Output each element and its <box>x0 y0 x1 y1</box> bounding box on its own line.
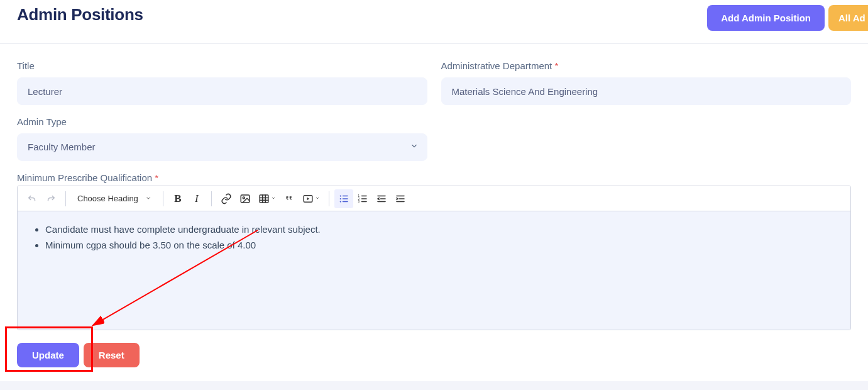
admin-type-select[interactable]: Faculty Member <box>17 133 427 161</box>
qualification-group: Minimum Prescribe Qualification * Choose… <box>17 172 851 330</box>
chevron-down-icon <box>271 195 276 202</box>
redo-button[interactable] <box>41 189 60 208</box>
list-item: Candidate must have complete undergradua… <box>45 223 839 237</box>
required-mark: * <box>554 60 558 71</box>
svg-point-9 <box>339 195 341 196</box>
chevron-down-icon <box>145 195 151 203</box>
add-admin-position-button[interactable]: Add Admin Position <box>707 5 825 31</box>
bullet-list-button[interactable] <box>334 189 353 208</box>
outdent-button[interactable] <box>372 189 391 208</box>
table-button[interactable] <box>255 189 280 208</box>
image-button[interactable] <box>236 189 255 208</box>
chevron-down-icon <box>315 195 320 202</box>
list-item: Minimum cgpa should be 3.50 on the scale… <box>45 238 839 253</box>
title-label: Title <box>17 60 427 71</box>
page-title: Admin Positions <box>17 5 143 25</box>
link-button[interactable] <box>217 189 236 208</box>
media-button[interactable] <box>299 189 324 208</box>
form: Title Administrative Department * Admin … <box>0 44 868 382</box>
indent-button[interactable] <box>391 189 410 208</box>
update-button[interactable]: Update <box>17 343 79 367</box>
undo-button[interactable] <box>23 189 41 208</box>
dept-input[interactable] <box>441 77 852 105</box>
svg-rect-2 <box>260 195 268 203</box>
bold-button[interactable]: B <box>168 189 187 208</box>
qualification-label: Minimum Prescribe Qualification * <box>17 172 851 183</box>
editor-content[interactable]: Candidate must have complete undergradua… <box>18 211 850 330</box>
toolbar-separator <box>163 191 163 206</box>
title-group: Title <box>17 60 427 105</box>
rich-text-editor: Choose Heading B I <box>17 186 851 330</box>
svg-text:3: 3 <box>358 200 360 203</box>
svg-marker-8 <box>307 197 309 200</box>
editor-toolbar: Choose Heading B I <box>18 186 850 211</box>
footer-strip <box>0 381 868 390</box>
italic-button[interactable]: I <box>187 189 206 208</box>
admin-type-group: Admin Type Faculty Member <box>17 116 427 161</box>
dept-label: Administrative Department * <box>441 60 852 71</box>
toolbar-separator <box>65 191 66 206</box>
svg-point-11 <box>339 198 341 199</box>
svg-point-1 <box>243 197 244 199</box>
form-actions: Update Reset <box>17 343 851 367</box>
page-header: Admin Positions Add Admin Position All A… <box>0 0 868 44</box>
admin-type-label: Admin Type <box>17 116 427 127</box>
toolbar-separator <box>211 191 212 206</box>
reset-button[interactable]: Reset <box>84 343 140 367</box>
heading-dropdown[interactable]: Choose Heading <box>71 189 158 208</box>
title-input[interactable] <box>17 77 427 105</box>
required-mark: * <box>155 172 158 183</box>
all-admin-button[interactable]: All Ad <box>828 5 868 31</box>
numbered-list-button[interactable]: 123 <box>353 189 372 208</box>
svg-point-13 <box>339 201 341 202</box>
dept-group: Administrative Department * <box>441 60 852 105</box>
header-actions: Add Admin Position All Ad <box>707 5 868 31</box>
blockquote-button[interactable] <box>280 189 299 208</box>
toolbar-separator <box>329 191 329 206</box>
